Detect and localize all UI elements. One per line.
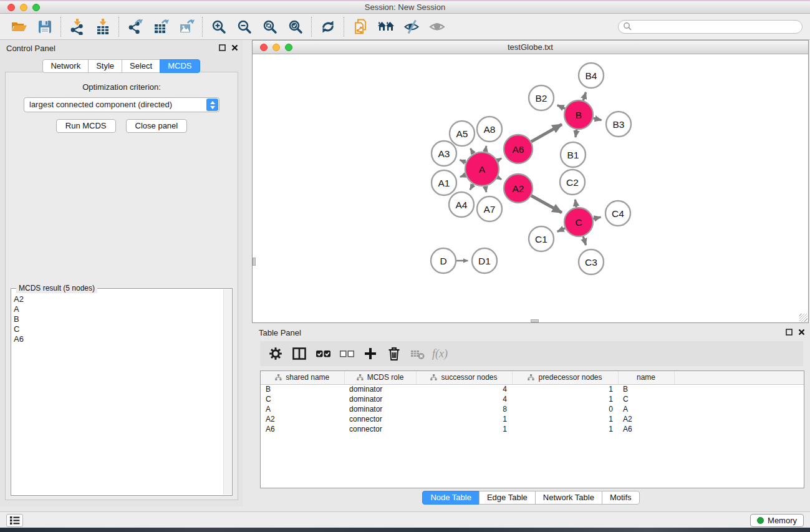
import-network-button[interactable] <box>64 16 90 38</box>
result-item[interactable]: A2 <box>14 294 222 304</box>
graph-edge-C-C4[interactable] <box>593 217 600 219</box>
graph-edge-C-C2[interactable] <box>575 200 576 207</box>
criterion-select[interactable]: largest connected component (directed) <box>24 97 219 112</box>
table-row[interactable]: Bdominator41B <box>261 384 804 394</box>
network-canvas[interactable]: AA6A2BCA5A8A3A1A4A7B2B4B3B1C2C4C1C3DD1 <box>253 55 808 322</box>
add-column-button[interactable] <box>359 342 382 365</box>
network-minimize-button[interactable] <box>272 44 280 51</box>
close-panel-icon[interactable] <box>231 44 238 51</box>
graph-node-A5[interactable]: A5 <box>450 121 475 146</box>
export-table-button[interactable] <box>148 16 173 38</box>
zoom-in-button[interactable] <box>206 16 231 38</box>
zoom-fit-button[interactable] <box>257 16 282 38</box>
graph-node-C[interactable]: C <box>564 208 593 236</box>
graph-node-C1[interactable]: C1 <box>529 226 554 251</box>
result-item[interactable]: B <box>14 314 222 324</box>
open-file-button[interactable] <box>6 16 32 38</box>
tab-network-table[interactable]: Network Table <box>535 491 602 505</box>
graph-node-B3[interactable]: B3 <box>606 112 631 137</box>
deselect-all-columns-button[interactable] <box>335 342 359 365</box>
result-item[interactable]: C <box>14 324 222 334</box>
home-view-button[interactable] <box>373 16 398 38</box>
column-header-shared-name[interactable]: shared name <box>261 371 344 384</box>
resize-grip[interactable] <box>799 314 808 322</box>
apply-layout-button[interactable] <box>315 16 340 38</box>
graph-node-D[interactable]: D <box>431 248 456 273</box>
float-panel-icon[interactable] <box>786 329 793 336</box>
table-settings-button[interactable] <box>264 342 287 365</box>
split-view-button[interactable] <box>287 342 311 365</box>
splitter-handle[interactable] <box>531 319 539 322</box>
delete-column-button[interactable] <box>382 342 406 365</box>
show-graphics-details-button[interactable] <box>424 16 450 38</box>
graph-edge-A-A2[interactable] <box>498 177 501 179</box>
table-row[interactable]: A6connector11A6 <box>261 424 804 434</box>
zoom-window-button[interactable] <box>32 4 40 11</box>
tab-node-table[interactable]: Node Table <box>422 491 480 505</box>
graph-edge-A-A3[interactable] <box>460 160 466 162</box>
export-network-button[interactable] <box>122 16 148 38</box>
graph-edge-B-B2[interactable] <box>557 105 565 109</box>
column-header-predecessor-nodes[interactable]: predecessor nodes <box>512 371 618 384</box>
graph-edge-C-C3[interactable] <box>583 236 586 245</box>
graph-edge-B-B3[interactable] <box>593 118 601 120</box>
tab-select[interactable]: Select <box>122 59 160 73</box>
graph-node-A6[interactable]: A6 <box>504 135 533 163</box>
search-input[interactable] <box>632 21 802 32</box>
graph-node-A3[interactable]: A3 <box>432 141 456 166</box>
close-window-button[interactable] <box>7 4 15 11</box>
close-panel-icon[interactable] <box>798 329 805 336</box>
float-panel-icon[interactable] <box>219 44 226 51</box>
graph-edge-A-A8[interactable] <box>485 146 486 152</box>
graph-node-A8[interactable]: A8 <box>477 117 502 142</box>
result-item[interactable]: A <box>14 304 222 314</box>
splitter-handle[interactable] <box>253 258 256 266</box>
select-all-columns-button[interactable] <box>311 342 335 365</box>
graph-node-A4[interactable]: A4 <box>449 192 474 217</box>
result-item[interactable]: A6 <box>14 334 222 344</box>
tab-network[interactable]: Network <box>42 59 89 73</box>
column-header-mcds-role[interactable]: MCDS role <box>344 371 416 384</box>
graph-node-B2[interactable]: B2 <box>529 85 554 110</box>
import-table-button[interactable] <box>90 16 115 38</box>
tab-style[interactable]: Style <box>88 59 122 73</box>
graph-edge-A2-C[interactable] <box>531 196 562 213</box>
network-close-button[interactable] <box>260 44 268 51</box>
table-row[interactable]: A2connector11A2 <box>261 414 804 424</box>
result-scrollbar[interactable] <box>223 289 231 495</box>
graph-edge-A6-B[interactable] <box>531 124 562 142</box>
graph-node-D1[interactable]: D1 <box>472 248 497 273</box>
graph-edge-A-A4[interactable] <box>470 184 473 190</box>
tab-mcds[interactable]: MCDS <box>160 59 200 73</box>
graph-edge-A-A1[interactable] <box>460 175 466 177</box>
graph-node-B4[interactable]: B4 <box>579 63 604 88</box>
zoom-selected-button[interactable] <box>282 16 308 38</box>
graph-node-C4[interactable]: C4 <box>605 201 630 226</box>
zoom-out-button[interactable] <box>231 16 257 38</box>
graph-node-A1[interactable]: A1 <box>432 170 456 195</box>
run-mcds-button[interactable]: Run MCDS <box>56 119 116 133</box>
graph-edge-B-B4[interactable] <box>583 92 586 100</box>
tab-motifs[interactable]: Motifs <box>602 491 640 505</box>
column-header-successor-nodes[interactable]: successor nodes <box>416 371 512 384</box>
column-header-name[interactable]: name <box>618 371 674 384</box>
graph-edge-C-C1[interactable] <box>557 228 565 232</box>
export-image-button[interactable] <box>173 16 199 38</box>
hide-graphics-details-button[interactable] <box>398 16 424 38</box>
graph-node-C2[interactable]: C2 <box>560 170 585 195</box>
graph-edge-B-B1[interactable] <box>576 130 577 137</box>
graph-edge-A-A6[interactable] <box>498 158 502 161</box>
graph-node-A2[interactable]: A2 <box>504 174 533 203</box>
network-window-titlebar[interactable]: testGlobe.txt <box>253 41 808 54</box>
network-zoom-button[interactable] <box>285 44 292 51</box>
tab-edge-table[interactable]: Edge Table <box>479 491 536 505</box>
new-network-button[interactable] <box>347 16 373 38</box>
graph-node-A7[interactable]: A7 <box>477 196 502 221</box>
graph-node-A[interactable]: A <box>465 152 499 186</box>
graph-node-B[interactable]: B <box>564 100 593 129</box>
graph-edge-A-A7[interactable] <box>485 186 486 193</box>
minimize-window-button[interactable] <box>20 4 27 11</box>
save-session-button[interactable] <box>32 16 57 38</box>
graph-edge-A-A5[interactable] <box>471 148 474 154</box>
graph-node-B1[interactable]: B1 <box>561 142 586 167</box>
